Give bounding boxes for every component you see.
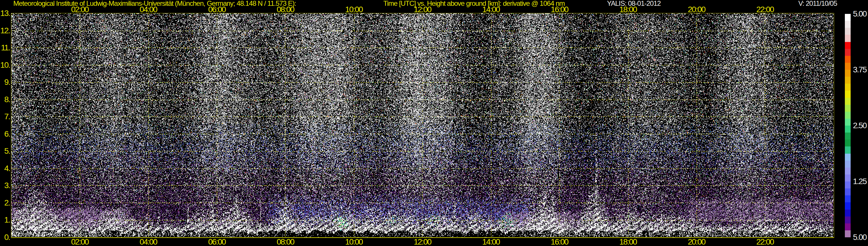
plot-title: Time [UTC] vs. Height above ground [km]:…	[383, 0, 565, 7]
y-tick-label: 4.	[0, 164, 10, 173]
colorbar-segment	[845, 167, 850, 175]
colorbar-label: 1.25	[853, 177, 867, 186]
y-tick-label: 3.	[0, 181, 10, 190]
colorbar-segment	[845, 126, 850, 132]
colorbar-label: 2.50	[853, 121, 867, 130]
y-tick-label: 7.	[0, 112, 10, 121]
colorbar-segment	[845, 161, 850, 167]
colorbar-segment	[845, 98, 850, 105]
x-tick-label: 10:00	[345, 238, 363, 246]
x-tick-label: 02:00	[71, 6, 89, 13]
x-tick-label: 18:00	[619, 6, 637, 13]
y-tick-label: 6.	[0, 129, 10, 139]
x-tick-label: 20:00	[688, 6, 705, 13]
x-tick-label: 04:00	[140, 6, 157, 13]
colorbar-segment	[845, 84, 850, 91]
colorbar-segment	[845, 188, 850, 195]
x-tick-label: 14:00	[482, 238, 500, 246]
x-tick-label: 22:00	[756, 238, 774, 246]
colorbar-segment	[845, 63, 850, 70]
colorbar-label: 5.00	[853, 233, 867, 242]
x-tick-label: 08:00	[277, 238, 294, 246]
x-tick-label: 02:00	[71, 238, 89, 246]
colorbar-segment	[845, 49, 850, 56]
colorbar-segment	[845, 175, 850, 181]
x-tick-label: 12:00	[414, 238, 431, 246]
x-tick-label: 22:00	[756, 6, 774, 13]
y-tick-label: 0.	[0, 233, 10, 242]
colorbar-segment	[845, 70, 850, 77]
colorbar-segment	[845, 210, 850, 216]
colorbar-segment	[845, 147, 850, 153]
x-tick-label: 06:00	[208, 238, 225, 246]
colorbar-segment	[845, 195, 850, 202]
colorbar-segment	[845, 132, 850, 140]
colorbar-segment	[845, 42, 850, 49]
colorbar-segment	[845, 140, 850, 147]
colorbar	[845, 14, 850, 237]
x-tick-label: 12:00	[414, 6, 431, 13]
y-tick-label: 1.	[0, 215, 10, 224]
y-tick-label: 13.	[0, 9, 10, 18]
colorbar-segment	[845, 21, 850, 28]
colorbar-label: 3.75	[853, 65, 867, 74]
x-tick-label: 08:00	[277, 6, 294, 13]
colorbar-segment	[845, 154, 850, 161]
colorbar-segment	[845, 91, 850, 97]
x-tick-label: 18:00	[619, 238, 637, 246]
x-tick-label: 20:00	[688, 238, 705, 246]
x-tick-label: 10:00	[345, 6, 363, 13]
x-tick-label: 16:00	[551, 238, 568, 246]
y-tick-label: 5.	[0, 147, 10, 156]
lidar-heatmap	[11, 13, 834, 237]
colorbar-segment	[845, 202, 850, 209]
colorbar-segment	[845, 14, 850, 21]
y-tick-label: 12.	[0, 26, 10, 35]
colorbar-segment	[845, 28, 850, 35]
version-label: V: 2011/10/05	[798, 0, 837, 7]
colorbar-segment	[845, 216, 850, 223]
x-tick-label: 14:00	[482, 6, 500, 13]
colorbar-segment	[845, 105, 850, 112]
x-tick-label: 06:00	[208, 6, 225, 13]
colorbar-segment	[845, 223, 850, 230]
colorbar-segment	[845, 77, 850, 84]
colorbar-segment	[845, 230, 850, 237]
colorbar-segment	[845, 119, 850, 126]
colorbar-segment	[845, 35, 850, 42]
y-tick-label: 10.	[0, 60, 10, 70]
x-tick-label: 16:00	[551, 6, 568, 13]
y-tick-label: 9.	[0, 78, 10, 87]
y-tick-label: 8.	[0, 95, 10, 104]
lidar-quicklook: Meteorological Institute of Ludwig-Maxim…	[0, 0, 868, 246]
colorbar-segment	[845, 112, 850, 119]
y-tick-label: 2.	[0, 198, 10, 208]
y-tick-label: 11.	[0, 43, 10, 52]
x-tick-label: 04:00	[140, 238, 157, 246]
colorbar-label: 5.00	[853, 9, 867, 19]
colorbar-segment	[845, 56, 850, 63]
colorbar-segment	[845, 181, 850, 188]
